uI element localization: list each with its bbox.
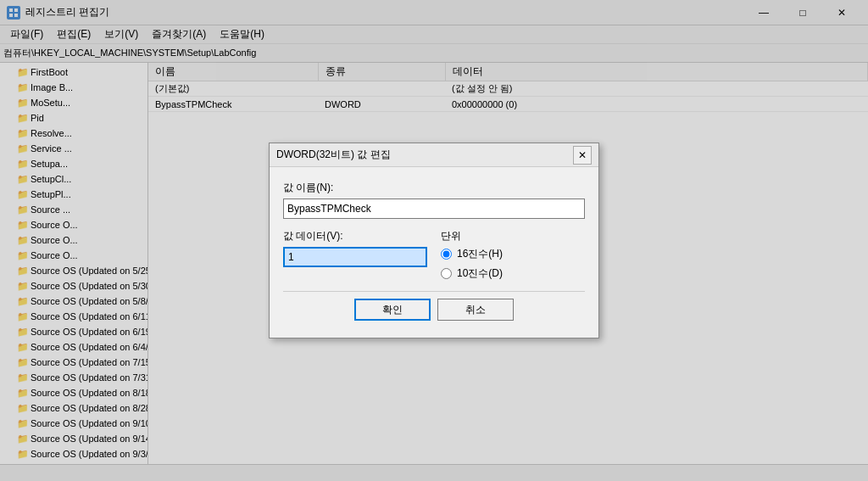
modal-overlay: DWORD(32비트) 값 편집 ✕ 값 이름(N): 값 데이터(V): 단위 — [0, 0, 868, 481]
radio-dec-label: 10진수(D) — [457, 266, 503, 281]
radio-hex-label: 16진수(H) — [457, 247, 503, 261]
dialog-buttons: 확인 취소 — [283, 299, 585, 324]
dialog-title: DWORD(32비트) 값 편집 — [276, 148, 573, 162]
radio-dec-input[interactable] — [441, 268, 452, 279]
data-input[interactable] — [283, 247, 427, 267]
dialog-value-row: 값 데이터(V): 단위 16진수(H) 10진수(D) — [283, 229, 585, 281]
dialog: DWORD(32비트) 값 편집 ✕ 값 이름(N): 값 데이터(V): 단위 — [269, 143, 599, 338]
cancel-button[interactable]: 취소 — [437, 299, 514, 321]
radio-dec[interactable]: 10진수(D) — [441, 266, 585, 281]
radio-hex[interactable]: 16진수(H) — [441, 247, 585, 261]
dialog-titlebar: DWORD(32비트) 값 편집 ✕ — [270, 143, 598, 167]
dialog-close-button[interactable]: ✕ — [573, 146, 592, 165]
dialog-name-section: 값 이름(N): — [283, 181, 585, 219]
unit-section: 단위 16진수(H) 10진수(D) — [441, 229, 585, 281]
data-label: 값 데이터(V): — [283, 229, 427, 243]
radio-hex-input[interactable] — [441, 249, 452, 260]
dialog-body: 값 이름(N): 값 데이터(V): 단위 16진수(H) — [270, 167, 598, 338]
name-input[interactable] — [283, 199, 585, 219]
dialog-divider — [283, 291, 585, 292]
name-label: 값 이름(N): — [283, 181, 585, 195]
unit-label: 단위 — [441, 229, 585, 243]
radio-group: 16진수(H) 10진수(D) — [441, 247, 585, 281]
ok-button[interactable]: 확인 — [354, 299, 431, 321]
value-data-section: 값 데이터(V): — [283, 229, 427, 281]
